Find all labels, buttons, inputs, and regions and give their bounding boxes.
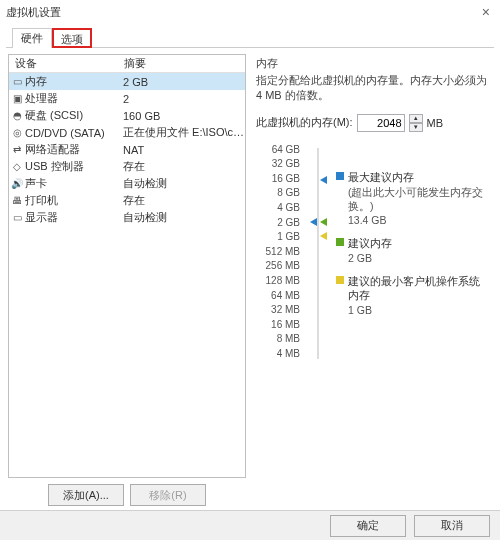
device-summary: 160 GB xyxy=(123,110,245,122)
device-summary: 自动检测 xyxy=(123,210,245,225)
device-row[interactable]: ▣处理器2 xyxy=(9,90,245,107)
header-device: 设备 xyxy=(9,56,124,71)
tick-label: 16 MB xyxy=(262,317,300,332)
device-row[interactable]: ◇USB 控制器存在 xyxy=(9,158,245,175)
right-pane: 内存 指定分配给此虚拟机的内存量。内存大小必须为 4 MB 的倍数。 此虚拟机的… xyxy=(254,54,492,506)
device-name: 显示器 xyxy=(25,210,123,225)
device-name: 声卡 xyxy=(25,176,123,191)
device-summary: 2 GB xyxy=(123,76,245,88)
device-icon: ◓ xyxy=(9,110,25,121)
device-icon: ⇄ xyxy=(9,144,25,155)
window-title: 虚拟机设置 xyxy=(6,0,61,24)
legend-rec-title: 建议内存 xyxy=(348,236,392,250)
section-desc: 指定分配给此虚拟机的内存量。内存大小必须为 4 MB 的倍数。 xyxy=(256,73,488,104)
tick-label: 64 GB xyxy=(262,142,300,157)
stepper-up-icon[interactable]: ▴ xyxy=(409,114,423,123)
device-list[interactable]: 设备 摘要 ▭内存2 GB▣处理器2◓硬盘 (SCSI)160 GB◎CD/DV… xyxy=(8,54,246,478)
device-summary: 存在 xyxy=(123,159,245,174)
device-summary: 2 xyxy=(123,93,245,105)
tick-label: 1 GB xyxy=(262,229,300,244)
device-summary: 自动检测 xyxy=(123,176,245,191)
legend-rec-value: 2 GB xyxy=(336,252,488,264)
stepper-down-icon[interactable]: ▾ xyxy=(409,123,423,132)
legend-max-title: 最大建议内存 xyxy=(348,170,414,184)
device-name: 硬盘 (SCSI) xyxy=(25,108,123,123)
main: 设备 摘要 ▭内存2 GB▣处理器2◓硬盘 (SCSI)160 GB◎CD/DV… xyxy=(0,48,500,510)
legend-max-note: (超出此大小可能发生内存交换。) xyxy=(336,186,488,214)
add-button[interactable]: 添加(A)... xyxy=(48,484,124,506)
titlebar: 虚拟机设置 × xyxy=(0,0,500,24)
close-icon[interactable]: × xyxy=(478,0,494,24)
memory-label: 此虚拟机的内存(M): xyxy=(256,115,353,130)
marker-min-icon xyxy=(320,232,327,240)
device-summary: 存在 xyxy=(123,193,245,208)
square-green-icon xyxy=(336,238,344,246)
tick-label: 32 GB xyxy=(262,156,300,171)
marker-max-icon xyxy=(320,176,327,184)
memory-stepper[interactable]: ▴ ▾ xyxy=(409,114,423,132)
device-list-header: 设备 摘要 xyxy=(9,55,245,73)
bottom-bar: 确定 取消 xyxy=(0,510,500,540)
device-icon: 🔊 xyxy=(9,178,25,189)
device-name: 内存 xyxy=(25,74,123,89)
square-blue-icon xyxy=(336,172,344,180)
tab-hardware[interactable]: 硬件 xyxy=(12,28,52,48)
device-row[interactable]: 🖶打印机存在 xyxy=(9,192,245,209)
tick-label: 64 MB xyxy=(262,288,300,303)
marker-current-icon[interactable] xyxy=(310,218,317,226)
tick-label: 16 GB xyxy=(262,171,300,186)
remove-button: 移除(R) xyxy=(130,484,206,506)
tab-options[interactable]: 选项 xyxy=(52,28,92,48)
device-icon: ◇ xyxy=(9,161,25,172)
device-summary: NAT xyxy=(123,144,245,156)
slider-legend: 最大建议内存 (超出此大小可能发生内存交换。) 13.4 GB 建议内存 2 G… xyxy=(336,142,488,361)
device-icon: ▣ xyxy=(9,93,25,104)
slider-track[interactable] xyxy=(308,142,328,361)
slider-ticks: 64 GB32 GB16 GB8 GB4 GB2 GB1 GB512 MB256… xyxy=(262,142,300,361)
left-pane: 设备 摘要 ▭内存2 GB▣处理器2◓硬盘 (SCSI)160 GB◎CD/DV… xyxy=(8,54,246,506)
device-row[interactable]: 🔊声卡自动检测 xyxy=(9,175,245,192)
memory-slider: 64 GB32 GB16 GB8 GB4 GB2 GB1 GB512 MB256… xyxy=(262,142,488,361)
device-row[interactable]: ▭显示器自动检测 xyxy=(9,209,245,226)
tick-label: 32 MB xyxy=(262,302,300,317)
device-row[interactable]: ▭内存2 GB xyxy=(9,73,245,90)
device-name: 处理器 xyxy=(25,91,123,106)
device-icon: ▭ xyxy=(9,76,25,87)
tabs: 硬件 选项 xyxy=(6,24,494,48)
cancel-button[interactable]: 取消 xyxy=(414,515,490,537)
legend-min-value: 1 GB xyxy=(336,304,488,316)
device-name: 网络适配器 xyxy=(25,142,123,157)
memory-input[interactable] xyxy=(357,114,405,132)
device-icon: 🖶 xyxy=(9,195,25,206)
device-row[interactable]: ◓硬盘 (SCSI)160 GB xyxy=(9,107,245,124)
header-summary: 摘要 xyxy=(124,56,245,71)
device-row[interactable]: ◎CD/DVD (SATA)正在使用文件 E:\ISO\cn_win... xyxy=(9,124,245,141)
device-icon: ▭ xyxy=(9,212,25,223)
memory-unit: MB xyxy=(427,117,444,129)
tick-label: 128 MB xyxy=(262,273,300,288)
square-yellow-icon xyxy=(336,276,344,284)
device-actions: 添加(A)... 移除(R) xyxy=(8,478,246,506)
section-title: 内存 xyxy=(256,56,488,71)
marker-recommended-icon xyxy=(320,218,327,226)
tick-label: 2 GB xyxy=(262,215,300,230)
device-name: USB 控制器 xyxy=(25,159,123,174)
tick-label: 8 GB xyxy=(262,186,300,201)
tick-label: 512 MB xyxy=(262,244,300,259)
tick-label: 256 MB xyxy=(262,259,300,274)
tick-label: 4 MB xyxy=(262,346,300,361)
tick-label: 8 MB xyxy=(262,332,300,347)
memory-row: 此虚拟机的内存(M): ▴ ▾ MB xyxy=(256,114,488,132)
device-row[interactable]: ⇄网络适配器NAT xyxy=(9,141,245,158)
legend-min-title: 建议的最小客户机操作系统内存 xyxy=(348,274,488,302)
device-icon: ◎ xyxy=(9,127,25,138)
legend-max-value: 13.4 GB xyxy=(336,214,488,226)
device-summary: 正在使用文件 E:\ISO\cn_win... xyxy=(123,125,245,140)
device-name: 打印机 xyxy=(25,193,123,208)
tick-label: 4 GB xyxy=(262,200,300,215)
device-name: CD/DVD (SATA) xyxy=(25,127,123,139)
ok-button[interactable]: 确定 xyxy=(330,515,406,537)
